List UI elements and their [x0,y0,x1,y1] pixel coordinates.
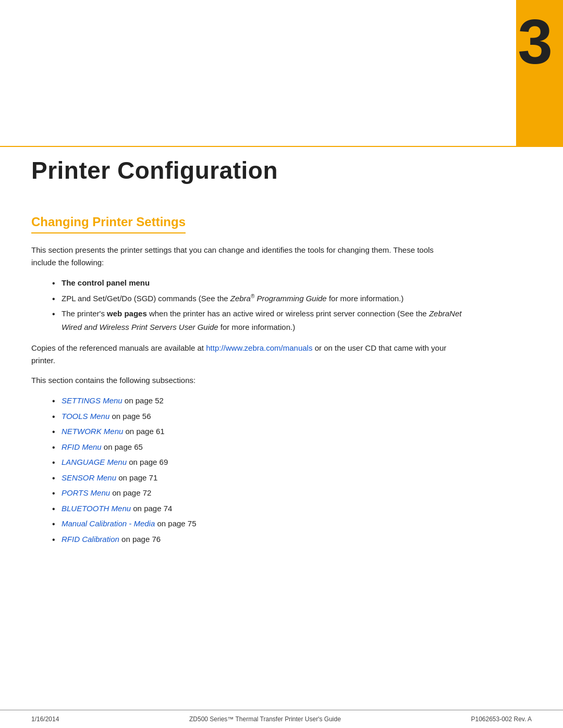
bluetooth-menu-link[interactable]: BLUETOOTH Menu [62,504,131,513]
network-menu-link[interactable]: NETWORK Menu [62,427,123,436]
copies-text-before: Copies of the referenced manuals are ava… [31,343,206,352]
list-item: Manual Calibration - Media on page 75 [52,517,469,530]
book-title-italic: Zebra® Programming Guide [230,294,327,303]
sensor-menu-page: on page 71 [116,473,157,482]
rfid-calibration-link[interactable]: RFID Calibration [62,535,119,544]
footer-title: ZD500 Series™ Thermal Transfer Printer U… [189,715,341,723]
network-menu-page: on page 61 [123,427,164,436]
language-menu-link[interactable]: LANGUAGE Menu [62,458,127,466]
manuals-link[interactable]: http://www.zebra.com/manuals [206,343,312,352]
list-item: BLUETOOTH Menu on page 74 [52,502,469,515]
rfid-calibration-page: on page 76 [119,535,161,544]
page-footer: 1/16/2014 ZD500 Series™ Thermal Transfer… [0,710,563,728]
footer-part-number: P1062653-002 Rev. A [471,715,532,723]
sensor-menu-link[interactable]: SENSOR Menu [62,473,116,482]
bullet-bold-text: The control panel menu [62,278,150,287]
chapter-title: Printer Configuration [31,156,278,184]
tools-list: The control panel menu ZPL and Set/Get/D… [52,276,469,334]
list-item: The printer's web pages when the printer… [52,307,469,334]
list-item: SENSOR Menu on page 71 [52,471,469,485]
list-item: SETTINGS Menu on page 52 [52,394,469,408]
footer-date: 1/16/2014 [31,715,59,723]
list-item: ZPL and Set/Get/Do (SGD) commands (See t… [52,292,469,305]
bluetooth-menu-page: on page 74 [131,504,172,513]
bullet-text: ZPL and Set/Get/Do (SGD) commands (See t… [62,294,403,303]
settings-menu-page: on page 52 [123,396,164,405]
tools-menu-link[interactable]: TOOLS Menu [62,412,109,421]
chapter-number: 3 [518,10,553,73]
tools-menu-page: on page 56 [109,412,151,421]
language-menu-page: on page 69 [127,458,168,466]
settings-menu-link[interactable]: SETTINGS Menu [62,396,123,405]
copies-paragraph: Copies of the referenced manuals are ava… [31,342,459,367]
ports-menu-link[interactable]: PORTS Menu [62,488,110,497]
section-heading: Changing Printer Settings [31,215,186,233]
manual-calibration-link[interactable]: Manual Calibration - Media [62,519,155,528]
list-item: TOOLS Menu on page 56 [52,410,469,423]
page-container: 3 Printer Configuration Changing Printer… [0,0,563,728]
chapter-title-bar: Printer Configuration [0,146,563,194]
subsections-list: SETTINGS Menu on page 52 TOOLS Menu on p… [52,394,469,546]
ports-menu-page: on page 72 [110,488,151,497]
bullet-text: The printer's web pages when the printer… [62,309,461,331]
list-item: LANGUAGE Menu on page 69 [52,455,469,469]
rfid-menu-link[interactable]: RFID Menu [62,442,102,451]
rfid-menu-page: on page 65 [102,442,143,451]
list-item: RFID Menu on page 65 [52,440,469,454]
intro-paragraph: This section presents the printer settin… [31,244,459,269]
web-pages-bold: web pages [107,309,147,318]
superscript-reg: ® [251,293,254,299]
list-item: NETWORK Menu on page 61 [52,425,469,438]
chapter-header: 3 [0,0,563,146]
list-item: PORTS Menu on page 72 [52,486,469,500]
list-item: The control panel menu [52,276,469,290]
main-content: Changing Printer Settings This section p… [0,194,563,710]
manual-calibration-page: on page 75 [155,519,196,528]
subsections-intro: This section contains the following subs… [31,374,459,387]
list-item: RFID Calibration on page 76 [52,533,469,546]
